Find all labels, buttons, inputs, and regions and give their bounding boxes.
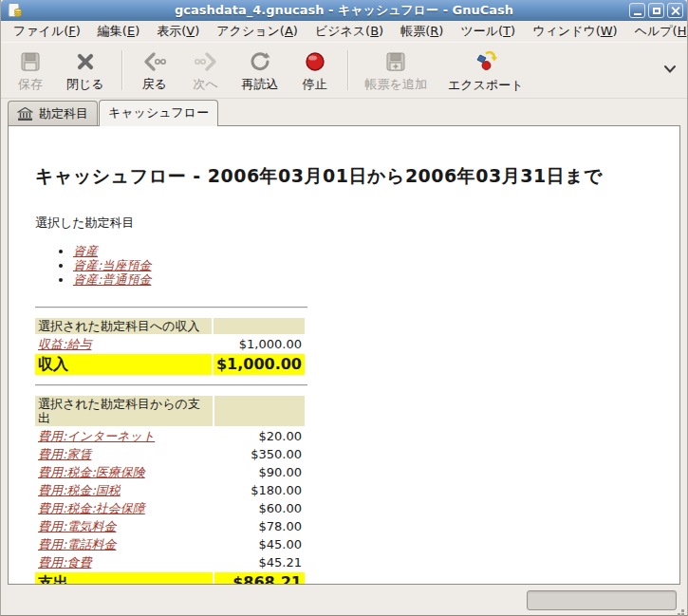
stop-button[interactable]: 停止 xyxy=(289,46,341,95)
toolbar-overflow-button[interactable] xyxy=(659,60,681,82)
account-link-social-security[interactable]: 費用:税金:社会保障 xyxy=(38,501,145,515)
maximize-button[interactable] xyxy=(648,3,664,18)
close-x-icon xyxy=(74,49,97,73)
expense-amount: $90.00 xyxy=(214,464,305,480)
income-total-row: 収入 $1,000.00 xyxy=(35,354,305,375)
toolbar-separator xyxy=(121,50,122,90)
menu-label: 帳票( xyxy=(400,24,430,38)
menu-view[interactable]: 表示(V) xyxy=(148,20,208,43)
list-item: 資産:当座預金 xyxy=(73,258,660,272)
account-link-food[interactable]: 費用:食費 xyxy=(38,555,91,569)
expense-row: 費用:家賃 $350.00 xyxy=(35,446,305,462)
list-item: 資産 xyxy=(73,244,660,258)
toolbar-separator xyxy=(347,50,348,90)
toolbar: 保存 閉じる 戻る xyxy=(1,43,687,99)
expense-row: 費用:税金:社会保障 $60.00 xyxy=(35,500,305,516)
tab-cashflow[interactable]: キャッシュフロー xyxy=(99,100,218,126)
account-link-assets[interactable]: 資産 xyxy=(73,244,98,258)
income-header-empty-cell xyxy=(214,318,305,334)
menu-edit[interactable]: 編集(E) xyxy=(89,20,148,43)
close-tab-button[interactable]: 閉じる xyxy=(56,46,115,95)
tab-cashflow-label: キャッシュフロー xyxy=(108,104,209,121)
account-link-salary[interactable]: 収益:給与 xyxy=(38,337,91,351)
selected-accounts-label: 選択した勘定科目 xyxy=(35,215,660,232)
add-report-icon xyxy=(384,49,407,73)
menu-actions[interactable]: アクション(A) xyxy=(208,20,307,43)
income-total-label: 収入 xyxy=(35,354,212,375)
menu-reports[interactable]: 帳票(R) xyxy=(392,20,452,43)
minimize-button[interactable] xyxy=(629,3,645,18)
expense-total-row: 支出 $868.21 xyxy=(35,572,305,585)
window-controls xyxy=(629,3,683,18)
account-link-electricity[interactable]: 費用:電気料金 xyxy=(38,519,116,533)
selected-accounts-list: 資産 資産:当座預金 資産:普通預金 xyxy=(35,244,660,287)
account-link-checking[interactable]: 資産:当座預金 xyxy=(73,258,151,272)
tab-accounts[interactable]: 勘定科目 xyxy=(8,101,98,125)
expense-amount: $20.00 xyxy=(214,428,305,444)
status-bar xyxy=(1,585,687,615)
menu-label: ) xyxy=(438,24,443,38)
titlebar[interactable]: gcashdata_4.gnucash - キャッシュフロー - GnuCash xyxy=(1,0,687,21)
menu-business[interactable]: ビジネス(B) xyxy=(307,20,392,43)
expense-row: 費用:電話料金 $45.00 xyxy=(35,536,305,552)
cashflow-report: キャッシュフロー - 2006年03月01日から2006年03月31日まで 選択… xyxy=(9,126,679,585)
menu-label: 表示( xyxy=(157,24,186,38)
menu-label: ) xyxy=(195,24,199,38)
menu-accel: E xyxy=(127,24,135,38)
progress-bar xyxy=(527,590,677,610)
menu-help[interactable]: ヘルプ(H) xyxy=(626,20,688,43)
save-icon xyxy=(19,49,42,73)
account-link-national-tax[interactable]: 費用:税金:国税 xyxy=(38,483,121,497)
window-title: gcashdata_4.gnucash - キャッシュフロー - GnuCash xyxy=(1,2,687,19)
chevron-down-icon xyxy=(662,64,678,75)
account-link-telephone[interactable]: 費用:電話料金 xyxy=(38,537,116,551)
report-title: キャッシュフロー - 2006年03月01日から2006年03月31日まで xyxy=(35,164,660,189)
menu-accel: F xyxy=(68,24,75,38)
income-header-label: 選択された勘定科目への収入 xyxy=(35,318,212,334)
save-button[interactable]: 保存 xyxy=(5,46,56,95)
menu-windows[interactable]: ウィンドウ(W) xyxy=(524,20,626,43)
menu-accel: B xyxy=(370,24,379,38)
reload-button[interactable]: 再読込 xyxy=(232,46,289,95)
reload-icon xyxy=(249,49,271,73)
back-button[interactable]: 戻る xyxy=(129,46,180,95)
expense-header-label: 選択された勘定科目からの支出 xyxy=(35,396,213,426)
account-link-savings[interactable]: 資産:普通預金 xyxy=(73,272,151,287)
menu-label: アクション( xyxy=(216,24,285,38)
expense-total-label: 支出 xyxy=(35,572,213,585)
menu-label: ウィンドウ( xyxy=(532,24,601,38)
menu-accel: T xyxy=(503,24,511,38)
account-link-internet[interactable]: 費用:インターネット xyxy=(38,429,155,443)
resize-grip[interactable] xyxy=(681,609,684,612)
close-button[interactable] xyxy=(667,3,683,18)
menu-accel: W xyxy=(601,24,613,38)
menu-label: ) xyxy=(613,24,618,38)
menu-label: ツール( xyxy=(460,24,503,38)
account-link-medical[interactable]: 費用:税金:医療保険 xyxy=(38,465,145,479)
report-container: キャッシュフロー - 2006年03月01日から2006年03月31日まで 選択… xyxy=(8,125,680,585)
maximize-icon xyxy=(653,8,660,14)
menu-accel: H xyxy=(678,24,687,38)
menu-label: ) xyxy=(293,24,298,38)
add-report-label: 帳票を追加 xyxy=(365,76,427,93)
expense-amount: $350.00 xyxy=(214,446,305,462)
income-total-amount: $1,000.00 xyxy=(214,354,305,375)
gnucash-window: gcashdata_4.gnucash - キャッシュフロー - GnuCash… xyxy=(0,0,688,616)
account-link-rent[interactable]: 費用:家賃 xyxy=(38,447,91,461)
export-button[interactable]: エクスポート xyxy=(437,46,534,95)
forward-arrow-icon xyxy=(194,49,218,73)
menu-accel: R xyxy=(430,24,438,38)
toolbar-spacer xyxy=(533,46,659,95)
income-table: 選択された勘定科目への収入 収益:給与 $1,000.00 収入 $1,000.… xyxy=(33,316,307,377)
forward-button[interactable]: 次へ xyxy=(180,46,232,95)
menu-file[interactable]: ファイル(F) xyxy=(5,20,89,43)
export-icon xyxy=(474,49,498,74)
menu-label: ビジネス( xyxy=(315,24,370,38)
expense-table-header: 選択された勘定科目からの支出 xyxy=(35,396,305,426)
save-label: 保存 xyxy=(18,76,43,93)
income-row: 収益:給与 $1,000.00 xyxy=(35,336,305,352)
menu-tools[interactable]: ツール(T) xyxy=(452,20,524,43)
bank-icon xyxy=(17,107,33,121)
add-report-button[interactable]: 帳票を追加 xyxy=(355,46,437,95)
close-icon xyxy=(671,7,679,15)
